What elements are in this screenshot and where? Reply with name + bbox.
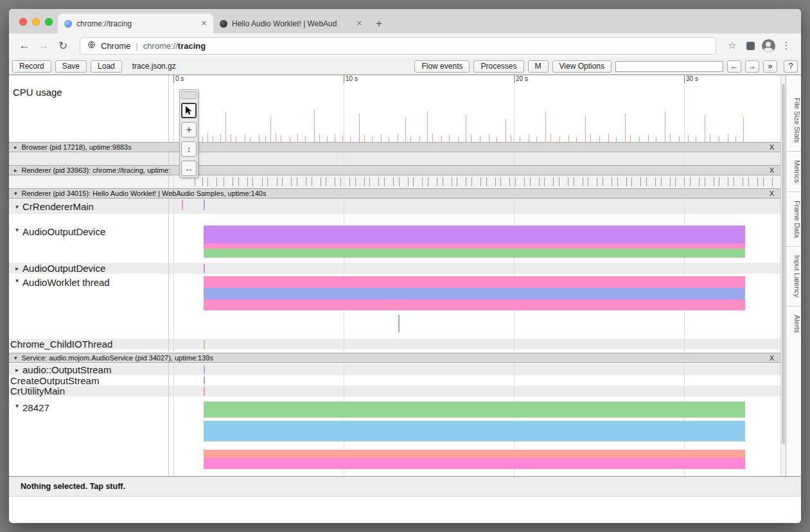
process-header-browser[interactable]: ▸ Browser (pid 17218), uptime:9883s X <box>9 142 780 152</box>
forward-button[interactable]: → <box>35 37 53 55</box>
expand-arrow-icon[interactable]: ▾ <box>15 203 19 210</box>
collapse-arrow-icon[interactable]: ▸ <box>15 366 19 373</box>
trace-event-tick[interactable] <box>757 177 758 186</box>
profile-avatar[interactable] <box>760 37 777 54</box>
trace-event-tick[interactable] <box>399 177 400 186</box>
trace-event-tick[interactable] <box>195 177 195 186</box>
trace-event-tick[interactable] <box>743 177 743 186</box>
close-track-button[interactable]: X <box>770 143 774 151</box>
help-button[interactable]: ? <box>784 60 798 73</box>
trace-event-tick[interactable] <box>728 177 728 186</box>
processes-button[interactable]: Processes <box>473 60 524 73</box>
trace-event-tick[interactable] <box>262 177 263 186</box>
tab-close-icon[interactable]: ✕ <box>201 19 207 28</box>
trace-event-tick[interactable] <box>646 177 647 186</box>
save-button[interactable]: Save <box>55 60 87 73</box>
trace-slice-bar[interactable] <box>204 226 745 244</box>
trace-event-tick[interactable] <box>603 177 603 186</box>
trace-event-tick[interactable] <box>486 177 487 186</box>
extension-icon[interactable] <box>742 37 759 54</box>
trace-event-mark[interactable] <box>204 377 205 384</box>
collapse-arrow-icon[interactable]: ▸ <box>14 167 17 173</box>
trace-slice-bar[interactable] <box>204 299 745 310</box>
trace-event-tick[interactable] <box>690 177 691 186</box>
trace-event-tick[interactable] <box>452 177 452 186</box>
trace-event-tick[interactable] <box>321 177 321 186</box>
load-button[interactable]: Load <box>91 60 122 73</box>
audio-output-device-track[interactable] <box>169 226 780 258</box>
expand-arrow-icon[interactable]: ▾ <box>15 277 19 284</box>
trace-event-tick[interactable] <box>277 177 277 186</box>
trace-event-tick[interactable] <box>539 177 540 186</box>
trace-event-tick[interactable] <box>597 177 597 186</box>
pan-tool-button[interactable]: ＋ <box>181 122 197 137</box>
trace-event-tick[interactable] <box>626 177 627 186</box>
tab-tracing[interactable]: chrome://tracing ✕ <box>58 13 213 33</box>
find-input[interactable] <box>615 61 723 72</box>
tab-file-size-stats[interactable]: File Size Stats <box>786 89 801 152</box>
trace-event-tick[interactable] <box>291 177 292 186</box>
trace-event-tick[interactable] <box>588 177 588 186</box>
tab-webaudio[interactable]: Hello Audio Worklet! | WebAud ✕ <box>213 13 369 33</box>
audio-worklet-track[interactable] <box>169 276 780 310</box>
trace-slice-bar[interactable] <box>204 450 745 458</box>
trace-event-tick[interactable] <box>457 177 457 186</box>
trace-event-tick[interactable] <box>252 177 253 186</box>
trace-event-tick[interactable] <box>437 177 437 186</box>
record-button[interactable]: Record <box>12 60 51 73</box>
trace-slice-bar[interactable] <box>204 421 745 441</box>
cr-utility-main-track[interactable] <box>169 386 780 396</box>
process-header-renderer-tracing[interactable]: ▸ Renderer (pid 33963): chrome://tracing… <box>9 165 780 175</box>
trace-event-tick[interactable] <box>384 177 385 186</box>
trace-event-tick[interactable] <box>408 177 409 186</box>
trace-event-tick[interactable] <box>422 177 423 186</box>
trace-event-tick[interactable] <box>515 177 516 186</box>
time-ruler[interactable]: 0 s10 s20 s30 s <box>169 75 780 84</box>
minimize-window-button[interactable] <box>32 18 40 26</box>
new-tab-button[interactable]: + <box>369 13 389 33</box>
menu-dots-icon[interactable]: ⋮ <box>778 37 795 54</box>
trace-event-tick[interactable] <box>282 177 283 186</box>
close-window-button[interactable] <box>19 18 27 26</box>
trace-slice-bar[interactable] <box>204 458 745 469</box>
close-track-button[interactable]: X <box>770 190 774 197</box>
trace-event-tick[interactable] <box>583 177 583 186</box>
trace-event-tick[interactable] <box>772 177 773 186</box>
trace-event-tick[interactable] <box>553 177 554 186</box>
tab-close-icon[interactable]: ✕ <box>357 19 362 28</box>
trace-event-tick[interactable] <box>734 177 734 186</box>
trace-event-tick[interactable] <box>568 177 568 186</box>
trace-event-tick[interactable] <box>640 177 641 186</box>
zoom-tool-button[interactable]: ↕ <box>181 141 197 157</box>
trace-event-mark[interactable] <box>182 200 183 210</box>
trace-event-tick[interactable] <box>355 177 356 186</box>
trace-event-tick[interactable] <box>559 177 559 186</box>
trace-event-tick[interactable] <box>224 177 224 186</box>
trace-event-tick[interactable] <box>748 177 749 186</box>
reload-button[interactable]: ↻ <box>54 37 72 55</box>
trace-event-tick[interactable] <box>466 177 466 186</box>
trace-event-tick[interactable] <box>684 177 685 186</box>
trace-slice-bar[interactable] <box>204 276 745 288</box>
trace-event-tick[interactable] <box>428 177 428 186</box>
trace-event-tick[interactable] <box>714 177 714 186</box>
address-bar[interactable]: Chrome | chrome://tracing <box>80 37 716 55</box>
expand-arrow-icon[interactable]: ▾ <box>14 355 17 361</box>
trace-slice-bar[interactable] <box>204 402 745 418</box>
flow-events-button[interactable]: Flow events <box>414 60 470 73</box>
trace-event-tick[interactable] <box>524 177 525 186</box>
trace-event-tick[interactable] <box>233 177 233 186</box>
trace-event-tick[interactable] <box>207 177 208 186</box>
trace-event-tick[interactable] <box>480 177 481 186</box>
collapse-arrow-icon[interactable]: ▸ <box>15 265 19 272</box>
trace-event-tick[interactable] <box>306 177 306 186</box>
trace-event-tick[interactable] <box>763 177 764 186</box>
trace-slice-bar[interactable] <box>204 249 745 258</box>
metrics-button[interactable]: M <box>528 60 549 73</box>
trace-event-tick[interactable] <box>719 177 719 186</box>
trace-event-tick[interactable] <box>364 177 365 186</box>
trace-event-tick[interactable] <box>675 177 676 186</box>
view-options-button[interactable]: View Options <box>552 60 612 73</box>
trace-event-tick[interactable] <box>699 177 700 186</box>
trace-event-tick[interactable] <box>705 177 705 186</box>
